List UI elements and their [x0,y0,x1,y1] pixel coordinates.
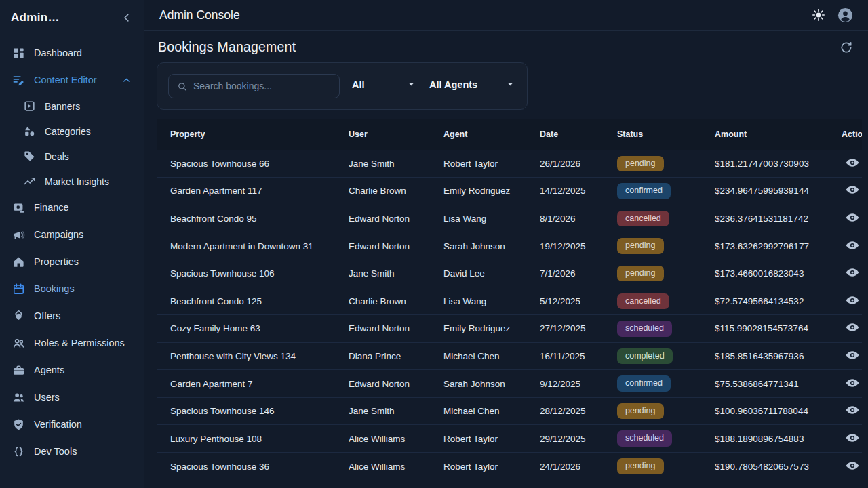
refresh-button[interactable] [840,41,853,54]
search-box[interactable] [168,74,340,98]
view-booking-button[interactable] [845,238,860,253]
booking-amount: $173.4660016823043 [715,260,842,287]
column-header-actions: Actions [842,119,862,150]
sidebar-item-label: Properties [34,256,79,267]
eye-icon [845,155,860,170]
booking-user: Jane Smith [349,260,443,287]
view-booking-button[interactable] [845,348,860,363]
search-input[interactable] [193,81,331,92]
app-logo: Admin… [11,11,60,24]
search-icon [177,81,187,92]
table-header-row: PropertyUserAgentDateStatusAmountActions [157,119,862,150]
sidebar-item-properties[interactable]: Properties [5,248,138,275]
booking-status-cell: cancelled [617,205,715,232]
column-header-agent: Agent [443,119,540,150]
eye-icon [845,348,860,363]
status-badge: pending [617,403,664,420]
view-booking-button[interactable] [845,458,860,473]
table-row: Beachfront Condo 95Edward NortonLisa Wan… [157,205,862,232]
view-booking-button[interactable] [845,293,860,308]
booking-user: Edward Norton [349,315,443,343]
booking-user: Edward Norton [349,205,443,232]
sidebar-item-content-editor[interactable]: Content Editor [5,66,138,94]
campaigns-icon [12,228,25,241]
sidebar-item-label: Dev Tools [34,446,77,457]
sidebar-collapse-button[interactable] [121,12,133,24]
booking-actions-cell [842,150,862,178]
booking-user: Jane Smith [349,150,443,178]
booking-property: Beachfront Condo 125 [157,287,349,315]
sidebar-item-deals[interactable]: Deals [5,144,138,169]
sidebar-item-label: Roles & Permissions [34,338,125,348]
status-filter-value: All [352,79,365,90]
app-title: Admin Console [159,8,240,22]
column-header-amount: Amount [715,119,842,150]
eye-icon [845,458,860,473]
status-filter-select[interactable]: All [351,77,417,96]
booking-status-cell: confirmed [617,178,715,205]
sidebar-item-dashboard[interactable]: Dashboard [5,39,138,66]
sidebar-item-label: Content Editor [34,75,97,85]
view-booking-button[interactable] [845,182,860,197]
status-badge: scheduled [617,321,672,337]
column-header-property: Property [157,119,349,150]
status-badge: confirmed [617,375,671,392]
topbar: Admin Console [144,0,868,30]
topbar-actions [812,7,853,23]
sidebar-item-label: Offers [34,310,60,321]
booking-status-cell: pending [617,232,715,260]
theme-toggle-button[interactable] [812,8,825,22]
view-booking-button[interactable] [845,430,860,445]
view-booking-button[interactable] [845,403,860,418]
booking-status-cell: scheduled [617,315,715,343]
sidebar-item-banners[interactable]: Banners [5,94,138,119]
eye-icon [845,293,860,308]
booking-actions-cell [842,260,862,287]
view-booking-button[interactable] [845,155,860,170]
sidebar-item-users[interactable]: Users [5,384,138,411]
sidebar-item-offers[interactable]: Offers [5,302,138,329]
booking-date: 24/1/2026 [540,453,617,481]
booking-status-cell: confirmed [617,370,715,398]
table-row: Spacious Townhouse 106Jane SmithDavid Le… [157,260,862,287]
status-badge: scheduled [617,430,672,447]
sidebar-item-bookings[interactable]: Bookings [5,275,138,302]
main-area: Admin Console Bookings Management All Al… [144,0,868,488]
eye-icon [845,375,860,390]
sidebar-item-verification[interactable]: Verification [5,411,138,438]
booking-user: Alice Williams [349,425,443,453]
status-badge: pending [617,458,664,474]
booking-status-cell: completed [617,342,715,370]
agent-filter-select[interactable]: All Agents [428,77,516,96]
booking-agent: Robert Taylor [443,453,540,481]
booking-amount: $72.57495664134532 [715,287,842,315]
sidebar-item-market-insights[interactable]: Market Insights [5,169,138,194]
booking-amount: $185.8516435967936 [715,342,842,370]
booking-actions-cell [842,370,862,398]
categories-icon [23,125,36,138]
user-avatar-button[interactable] [837,7,853,23]
booking-agent: Sarah Johnson [443,370,540,398]
sidebar-item-campaigns[interactable]: Campaigns [5,221,138,248]
table-row: Modern Apartment in Downtown 31Edward No… [157,232,862,260]
status-badge: completed [617,348,673,365]
view-booking-button[interactable] [845,375,860,390]
booking-date: 16/11/2025 [540,342,617,370]
booking-property: Spacious Townhouse 66 [157,150,349,178]
booking-status-cell: pending [617,453,715,481]
view-booking-button[interactable] [845,265,860,280]
view-booking-button[interactable] [845,320,860,335]
chevron-up-icon [121,75,132,85]
sidebar-item-dev-tools[interactable]: Dev Tools [5,438,138,465]
sidebar-item-categories[interactable]: Categories [5,119,138,144]
sidebar-item-roles-permissions[interactable]: Roles & Permissions [5,329,138,357]
view-booking-button[interactable] [845,210,860,225]
offers-icon [12,310,25,323]
booking-amount: $236.37641531181742 [715,205,842,232]
users-icon [12,391,25,404]
booking-actions-cell [842,287,862,315]
status-badge: cancelled [617,211,669,227]
sidebar-item-finance[interactable]: Finance [5,194,138,221]
sidebar-item-label: Categories [45,126,91,137]
sidebar-item-agents[interactable]: Agents [5,357,138,384]
